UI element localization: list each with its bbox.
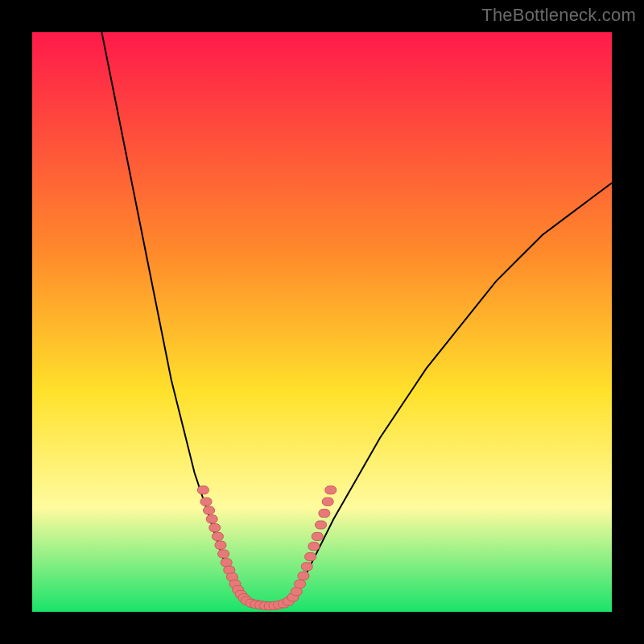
marker-dot: [305, 553, 316, 561]
marker-dot: [301, 563, 312, 571]
marker-dot: [215, 541, 226, 549]
marker-dot: [298, 572, 309, 580]
marker-dot: [206, 515, 217, 523]
marker-dot: [209, 524, 221, 532]
marker-dot: [218, 550, 229, 558]
plot-area: [32, 32, 612, 612]
marker-dot: [200, 497, 212, 506]
marker-dot: [221, 559, 232, 567]
marker-dot: [197, 486, 208, 494]
chart-frame: TheBottleneck.com: [0, 0, 644, 644]
marker-dot: [212, 532, 223, 540]
plot-svg: [32, 32, 612, 612]
marker-dot: [291, 588, 302, 596]
marker-dot: [204, 506, 215, 514]
watermark-text: TheBottleneck.com: [481, 5, 636, 26]
marker-dot: [316, 521, 327, 529]
marker-dot: [312, 532, 323, 540]
marker-dot: [322, 497, 333, 506]
marker-dot: [319, 510, 330, 518]
marker-dot: [308, 543, 320, 551]
marker-dot: [295, 580, 306, 588]
marker-dot: [325, 486, 336, 494]
